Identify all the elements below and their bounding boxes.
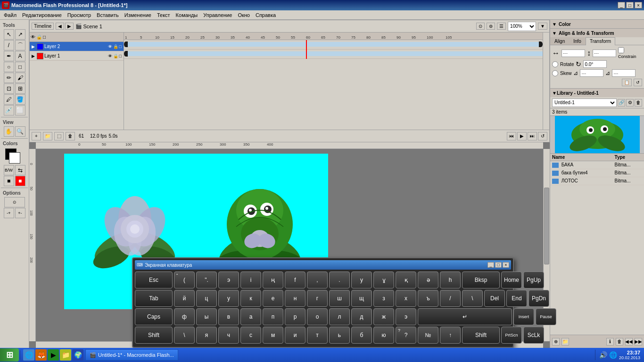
key-bs2[interactable]: \: [174, 327, 195, 344]
key-f2[interactable]: ф: [174, 308, 195, 325]
key-shift-r[interactable]: Shift: [462, 327, 500, 344]
menu-help[interactable]: Справка: [253, 11, 279, 19]
eye-icon[interactable]: 👁: [31, 34, 35, 40]
key-zh[interactable]: ж: [373, 308, 394, 325]
kb-close-btn[interactable]: ×: [503, 262, 509, 268]
menu-commands[interactable]: Команды: [173, 11, 201, 19]
lasso-tool[interactable]: ⌒: [15, 40, 25, 50]
tab-info[interactable]: Info: [569, 37, 586, 45]
menu-modify[interactable]: Изменение: [122, 11, 154, 19]
lib-col-type[interactable]: Type: [613, 154, 644, 161]
constrain-checkbox[interactable]: [618, 47, 624, 53]
key-a[interactable]: а: [240, 308, 261, 325]
key-e3[interactable]: э: [396, 308, 416, 325]
width-input[interactable]: [561, 49, 585, 57]
key-bksp[interactable]: Bksp: [462, 272, 500, 288]
layer-lock[interactable]: 🔒: [113, 54, 118, 58]
key-yi[interactable]: ы: [196, 308, 217, 325]
lock-icon[interactable]: 🔒: [36, 34, 42, 40]
skew-v-input[interactable]: [612, 69, 636, 77]
prev-scene-btn[interactable]: ◀: [56, 23, 64, 30]
key-s[interactable]: с: [240, 327, 261, 344]
fill-color[interactable]: [9, 152, 20, 164]
key-prtscn[interactable]: PrtScn: [501, 327, 522, 344]
layer-outline[interactable]: □: [119, 44, 122, 49]
key-r[interactable]: р: [285, 308, 305, 325]
zoom-dropdown-btn[interactable]: ▼: [538, 23, 547, 30]
key-g[interactable]: г: [307, 290, 328, 307]
key-ng[interactable]: ң: [263, 272, 283, 288]
key-kh[interactable]: х: [396, 290, 416, 307]
pencil-tool[interactable]: ✏: [4, 73, 14, 83]
swap-colors-btn[interactable]: ⇆: [15, 165, 25, 175]
tray-volume[interactable]: 🔊: [599, 351, 607, 359]
option1[interactable]: -+: [4, 208, 14, 218]
tab-align[interactable]: Align: [550, 37, 569, 45]
key-y[interactable]: у: [351, 272, 372, 288]
delete-layer-btn[interactable]: 🗑: [66, 132, 75, 140]
oval-tool[interactable]: ○: [4, 62, 14, 72]
onion-skin-outline-btn[interactable]: ⊚: [487, 23, 495, 30]
eyedropper-tool[interactable]: 💉: [4, 105, 14, 115]
key-esc[interactable]: Esc: [135, 272, 173, 288]
ie-icon[interactable]: 🌐: [23, 349, 34, 361]
ff-icon[interactable]: 🦊: [35, 349, 47, 361]
menu-view[interactable]: Просмотр: [65, 11, 94, 19]
option2[interactable]: +-: [15, 208, 25, 218]
key-end[interactable]: End: [506, 290, 527, 307]
rect-tool[interactable]: □: [15, 62, 25, 72]
key-d[interactable]: д: [351, 308, 372, 325]
lib-delete-footer-btn[interactable]: 🗑: [616, 338, 623, 346]
menu-insert[interactable]: Вставить: [94, 11, 122, 19]
key-enter[interactable]: ↵: [418, 308, 512, 325]
key-q[interactable]: ??: [396, 327, 416, 344]
key-i[interactable]: i: [240, 272, 261, 288]
add-motion-guide-btn[interactable]: ⬚: [54, 132, 64, 140]
menu-control[interactable]: Управление: [200, 11, 235, 19]
key-c[interactable]: ц: [196, 290, 217, 307]
next-scene-btn[interactable]: ▶: [65, 23, 74, 30]
kb-maximize-btn[interactable]: □: [495, 262, 502, 268]
rotate-input[interactable]: [583, 60, 607, 68]
key-o[interactable]: о: [307, 308, 328, 325]
key-k2[interactable]: к: [240, 290, 261, 307]
key-insert[interactable]: Insert: [513, 308, 534, 325]
transform-panel-header[interactable]: ▼ Align & Info & Transform: [550, 29, 644, 37]
key-h[interactable]: h: [440, 272, 461, 288]
loop-btn[interactable]: ↺: [538, 132, 547, 140]
layer-lock[interactable]: 🔒: [113, 44, 118, 49]
menu-text[interactable]: Текст: [154, 11, 173, 19]
layer-eye[interactable]: 👁: [108, 54, 112, 58]
key-del[interactable]: Del: [484, 290, 505, 307]
outline-icon[interactable]: □: [43, 34, 46, 40]
lib-properties-btn[interactable]: ⚙: [626, 99, 634, 107]
key-comma[interactable]: ,: [307, 272, 328, 288]
color-panel-header[interactable]: ▼ Color: [550, 20, 644, 28]
key-z[interactable]: з: [373, 290, 394, 307]
hand-tool[interactable]: ✋: [4, 126, 14, 137]
lib-new-sym-footer-btn[interactable]: ⊕: [552, 338, 560, 346]
lib-new-symbol-btn[interactable]: 🔗: [618, 99, 625, 107]
key-tab[interactable]: Tab: [135, 290, 173, 307]
zoom-select[interactable]: 100% 50% 200%: [508, 22, 536, 31]
zoom-tool[interactable]: 🔍: [15, 126, 25, 137]
menu-edit[interactable]: Редактирование: [19, 11, 65, 19]
lib-backward-btn[interactable]: ◀◀: [625, 338, 633, 346]
key-soft[interactable]: ь: [329, 327, 350, 344]
key-p[interactable]: п: [263, 308, 283, 325]
menu-file[interactable]: Файл: [1, 11, 19, 19]
text-tool[interactable]: A: [15, 51, 25, 61]
last-frame-btn[interactable]: ⏭: [528, 132, 537, 140]
taskbar-flash[interactable]: 🎬 Untitled-1* - Macromedia Flash...: [85, 349, 178, 361]
key-period[interactable]: .: [329, 272, 350, 288]
reset-transform-btn[interactable]: ↺: [634, 79, 642, 86]
timeline-toggle[interactable]: Timeline: [32, 23, 54, 30]
layer-row[interactable]: ▶ Layer 2 👁 🔒 □: [30, 42, 124, 51]
skew-radio[interactable]: [552, 70, 558, 76]
rotate-radio[interactable]: [552, 61, 558, 67]
ink-bottle-tool[interactable]: 🖊: [4, 94, 14, 105]
key-b[interactable]: б: [351, 327, 372, 344]
lib-props-footer-btn[interactable]: ℹ: [606, 338, 614, 346]
pen-tool[interactable]: ✒: [4, 51, 14, 61]
key-k[interactable]: қ: [396, 272, 416, 288]
